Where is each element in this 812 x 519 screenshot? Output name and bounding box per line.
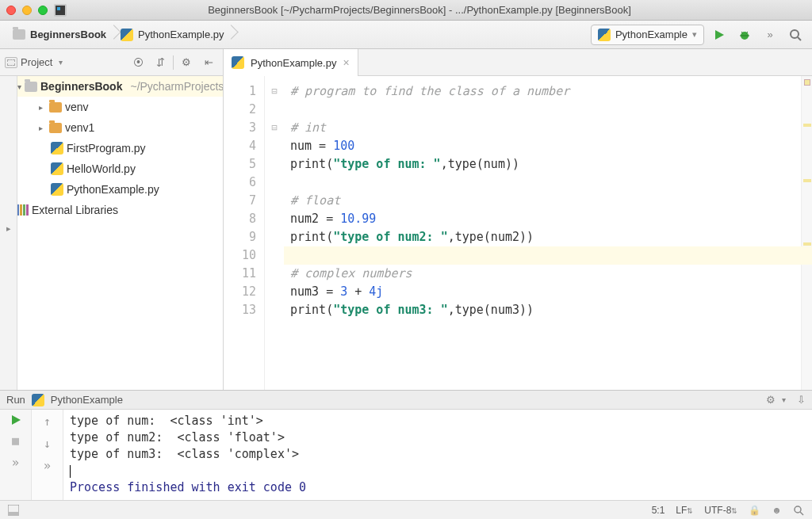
- overview-ruler[interactable]: [801, 76, 812, 390]
- debug-button[interactable]: [734, 25, 755, 45]
- svg-rect-2: [57, 7, 60, 10]
- folder-icon: [49, 101, 62, 113]
- file-encoding[interactable]: UTF-8⇅: [704, 505, 737, 516]
- run-config-selector[interactable]: PythonExample ▾: [591, 25, 704, 45]
- minimize-window-button[interactable]: [22, 6, 32, 15]
- line-separator[interactable]: LF⇅: [676, 505, 693, 516]
- hide-tool-icon[interactable]: ⇤: [199, 53, 218, 72]
- run-left-toolbar: ■ »: [0, 410, 32, 500]
- editor-tab-pythonexample[interactable]: PythonExample.py ×: [224, 49, 358, 76]
- more-button[interactable]: »: [12, 456, 19, 470]
- overview-marker[interactable]: [803, 242, 811, 246]
- folder-icon: [49, 121, 62, 134]
- svg-point-8: [791, 30, 799, 38]
- collapse-all-icon[interactable]: ⇵: [151, 53, 170, 72]
- run-header: Run PythonExample ⚙ ▾ ⇩: [0, 391, 812, 410]
- search-everywhere-button[interactable]: [785, 25, 806, 45]
- svg-line-9: [798, 37, 801, 40]
- python-file-icon: [51, 183, 63, 196]
- chevron-down-icon[interactable]: ▾: [59, 58, 63, 67]
- scroll-down-icon[interactable]: ↓: [44, 437, 51, 451]
- close-window-button[interactable]: [6, 6, 16, 15]
- tree-item-label: HelloWorld.py: [67, 162, 136, 175]
- left-tool-stripe: ▸: [0, 76, 17, 390]
- fold-gutter: ⊟⊟: [265, 76, 284, 390]
- project-view-label[interactable]: Project: [21, 56, 52, 68]
- python-file-icon: [232, 56, 244, 69]
- app-icon: [54, 4, 67, 17]
- tree-item-pythonexample[interactable]: PythonExample.py: [17, 179, 223, 200]
- tool-window-quick-button[interactable]: [8, 505, 19, 516]
- chevron-down-icon[interactable]: ▾: [782, 395, 786, 404]
- zoom-window-button[interactable]: [38, 6, 48, 15]
- window-controls: [6, 6, 48, 15]
- tree-root[interactable]: ▾ BeginnersBook ~/PycharmProjects/Beginn…: [17, 76, 223, 97]
- tree-item-label: FirstProgram.py: [67, 142, 146, 155]
- readonly-toggle-icon[interactable]: 🔒: [749, 505, 760, 516]
- breadcrumb-root-label: BeginnersBook: [30, 29, 106, 40]
- line-number-gutter: 12345678910111213: [224, 76, 265, 390]
- svg-marker-10: [12, 415, 21, 425]
- tree-item-helloworld[interactable]: HelloWorld.py: [17, 158, 223, 179]
- stop-button[interactable]: ■: [12, 433, 19, 448]
- more-button[interactable]: »: [44, 459, 51, 473]
- run-body: ■ » ↑ ↓ » type of num: <class 'int'>type…: [0, 410, 812, 500]
- title-bar: BeginnersBook [~/PycharmProjects/Beginne…: [0, 0, 812, 21]
- code-editor[interactable]: 12345678910111213 ⊟⊟ # program to find t…: [224, 76, 812, 390]
- window-title: BeginnersBook [~/PycharmProjects/Beginne…: [73, 4, 806, 16]
- navigation-bar: BeginnersBook PythonExample.py PythonExa…: [0, 21, 812, 49]
- toolbar-more-button[interactable]: »: [760, 25, 780, 45]
- svg-marker-3: [715, 30, 724, 40]
- tree-item-label: External Libraries: [32, 204, 118, 216]
- breadcrumb-file-label: PythonExample.py: [138, 29, 224, 40]
- chevron-down-icon: ▾: [692, 29, 697, 40]
- search-icon[interactable]: [793, 505, 804, 516]
- svg-rect-12: [8, 512, 19, 516]
- inspection-indicator[interactable]: [804, 79, 810, 86]
- run-output[interactable]: type of num: <class 'int'>type of num2: …: [63, 410, 812, 500]
- svg-point-13: [795, 506, 801, 513]
- breadcrumb-file[interactable]: PythonExample.py: [114, 24, 232, 46]
- main-area: ▸ ▾ BeginnersBook ~/PycharmProjects/Begi…: [0, 76, 812, 390]
- tree-root-path: ~/PycharmProjects/BeginnersBook: [130, 80, 224, 93]
- close-tab-icon[interactable]: ×: [343, 56, 349, 69]
- ide-feedback-icon[interactable]: ☻: [772, 505, 782, 516]
- gear-icon[interactable]: ⚙: [766, 394, 776, 406]
- expand-icon[interactable]: ▾: [17, 82, 21, 91]
- tool-tabs-row: Project ▾ ⦿ ⇵ ⚙ ⇤ PythonExample.py ×: [0, 49, 812, 76]
- run-header-config: PythonExample: [51, 394, 123, 406]
- tree-root-name: BeginnersBook: [40, 80, 122, 93]
- rerun-button[interactable]: [10, 414, 21, 426]
- folder-icon: [25, 80, 37, 93]
- project-toolwindow-header: Project ▾ ⦿ ⇵ ⚙ ⇤: [0, 49, 224, 75]
- scroll-up-icon[interactable]: ↑: [44, 414, 51, 429]
- python-file-icon: [51, 162, 63, 175]
- python-file-icon: [598, 29, 611, 41]
- tree-item-venv[interactable]: ▸ venv: [17, 97, 223, 117]
- tree-item-label: PythonExample.py: [67, 183, 159, 196]
- tree-item-label: venv1: [65, 121, 94, 134]
- run-config-label: PythonExample: [615, 29, 688, 40]
- code-area[interactable]: # program to find the class of a number …: [284, 76, 801, 390]
- gear-icon[interactable]: ⚙: [177, 53, 196, 72]
- expand-icon[interactable]: ▸: [35, 124, 46, 132]
- run-header-label: Run: [6, 394, 25, 406]
- caret-position[interactable]: 5:1: [652, 505, 665, 516]
- project-view-icon: [5, 56, 17, 69]
- run-button[interactable]: [709, 25, 730, 45]
- download-icon[interactable]: ⇩: [797, 394, 806, 406]
- autoscroll-icon[interactable]: ⦿: [128, 53, 147, 72]
- expand-icon[interactable]: ▸: [35, 103, 46, 112]
- chevron-right-icon[interactable]: ▸: [6, 223, 11, 234]
- breadcrumb-root[interactable]: BeginnersBook: [6, 24, 114, 46]
- tree-item-firstprogram[interactable]: FirstProgram.py: [17, 138, 223, 158]
- python-file-icon: [121, 29, 133, 41]
- tree-external-libraries[interactable]: ▸ External Libraries: [17, 200, 223, 220]
- overview-marker[interactable]: [803, 124, 811, 127]
- editor-tabs: PythonExample.py ×: [224, 49, 812, 75]
- tree-item-venv1[interactable]: ▸ venv1: [17, 117, 223, 138]
- overview-marker[interactable]: [803, 179, 811, 182]
- run-left-toolbar-2: ↑ ↓ »: [32, 410, 63, 500]
- library-icon: [17, 204, 29, 216]
- svg-line-14: [800, 512, 803, 515]
